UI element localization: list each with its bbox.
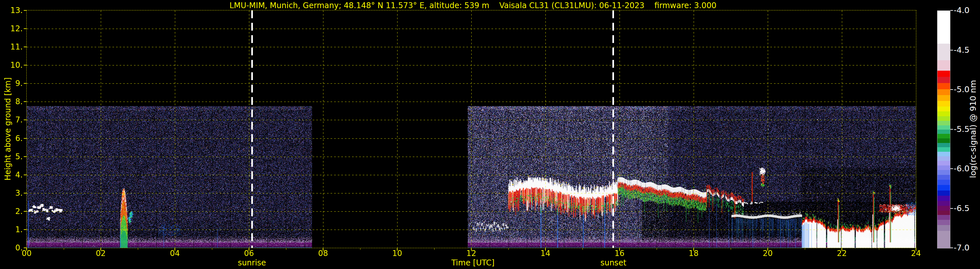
colorbar-band [937,70,950,77]
y-tick-label: 0. [0,243,23,252]
colorbar-band [937,156,950,161]
y-tick-label: 8. [0,98,23,106]
colorbar-band [937,206,950,211]
grid-line-v [546,10,546,248]
grid-line-v [842,10,842,248]
grid-line-v [471,10,472,248]
y-tick-label: 5. [0,152,23,161]
x-minor-tick [508,248,509,250]
y-tick [24,193,27,194]
x-tick-label: 24 [911,249,921,258]
colorbar-band [937,231,950,248]
colorbar-band [937,134,950,138]
colorbar-band [937,89,950,95]
colorbar-band [937,175,950,180]
y-tick-label: 10. [0,61,23,69]
colorbar-band [937,152,950,156]
colorbar-band [937,161,950,165]
colorbar-band [937,170,950,175]
colorbar-label: log(rc-signal) @ 910 nm [969,80,977,178]
grid-line-v [323,10,323,248]
x-minor-tick [360,248,361,250]
colorbar-tick [950,129,953,130]
colorbar-band [937,95,950,101]
colorbar-band [937,77,950,83]
grid-line-v [175,10,175,248]
colorbar-tick [950,248,953,248]
x-tick-label: 20 [763,249,773,258]
grid-line-v [397,10,398,248]
colorbar-band [937,143,950,147]
colorbar-band [937,111,950,116]
y-tick-label: 13. [0,6,23,14]
y-tick-label: 1. [0,225,23,234]
colorbar-tick [950,50,953,50]
y-tick [24,46,27,47]
colorbar-band [937,11,950,44]
y-tick [24,156,27,157]
colorbar-tick [950,89,953,90]
grid-line-v [619,10,620,248]
x-tick-label: 16 [615,249,625,258]
colorbar [937,10,950,248]
y-tick-label: 3. [0,189,23,197]
y-tick [24,101,27,102]
colorbar-tick [950,10,953,11]
x-minor-tick [138,248,138,250]
y-tick-label: 4. [0,171,23,179]
ceilometer-quicklook: LMU-MIM, Munich, Germany; 48.148° N 11.5… [0,0,980,269]
x-tick-label: 00 [22,249,32,258]
colorbar-band [937,220,950,225]
colorbar-band [937,165,950,170]
grid-line-v [249,10,249,248]
x-tick-label: 02 [96,249,106,258]
sunset-label: sunset [600,259,626,267]
x-minor-tick [879,248,879,250]
x-minor-tick [731,248,731,250]
page-title: LMU-MIM, Munich, Germany; 48.148° N 11.5… [229,1,716,10]
grid-line-v [101,10,101,248]
colorbar-tick [950,208,953,209]
y-tick [24,28,27,29]
colorbar-band [937,138,950,143]
y-tick-label: 2. [0,207,23,216]
y-tick [24,211,27,212]
colorbar-band [937,147,950,152]
colorbar-band [937,116,950,121]
colorbar-tick-label: -6.0 [954,165,970,173]
colorbar-band [937,215,950,220]
colorbar-tick-label: -4.5 [954,46,970,54]
colorbar-band [937,191,950,196]
y-tick-label: 12. [0,24,23,33]
colorbar-band [937,125,950,130]
y-tick [24,138,27,139]
y-tick [24,120,27,120]
y-tick [24,10,27,11]
x-tick-label: 06 [244,249,254,258]
x-minor-tick [582,248,583,250]
y-tick [24,229,27,230]
colorbar-band [937,196,950,201]
colorbar-tick [950,168,953,169]
y-tick-label: 6. [0,134,23,143]
y-tick-label: 11. [0,43,23,51]
colorbar-band [937,130,950,134]
x-minor-tick [64,248,64,250]
y-tick [24,65,27,66]
colorbar-band [937,201,950,206]
colorbar-tick-label: -5.5 [954,125,970,133]
x-tick-label: 14 [541,249,550,258]
x-minor-tick [212,248,212,250]
colorbar-band [937,83,950,89]
colorbar-band [937,106,950,111]
colorbar-band [937,180,950,185]
colorbar-band [937,185,950,191]
x-axis-label: Time [UTC] [452,259,495,267]
x-minor-tick [805,248,805,250]
colorbar-band [937,121,950,125]
y-tick [24,248,27,248]
x-tick-label: 04 [170,249,180,258]
colorbar-tick-label: -6.5 [954,204,970,213]
sunrise-label: sunrise [238,259,266,267]
colorbar-band [937,44,950,60]
